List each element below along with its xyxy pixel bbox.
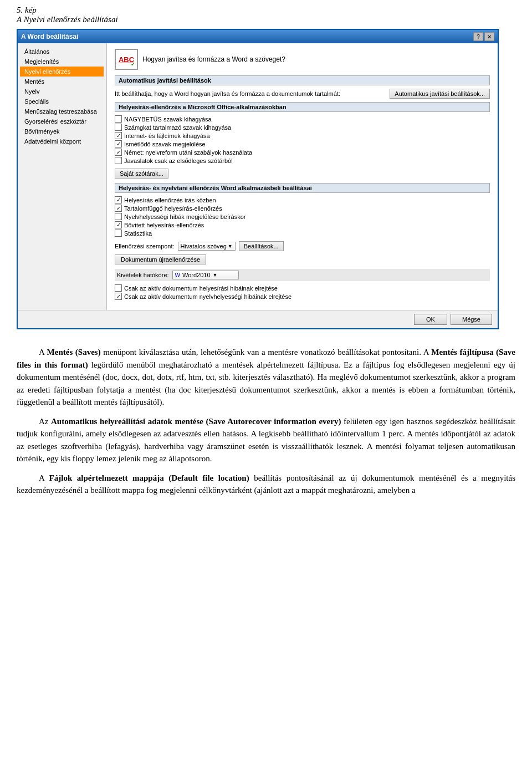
dialog-wrapper: A Word beállításai ? ✕ Általános Megjele…	[17, 29, 515, 329]
checkbox-nagybetus: NAGYBETŰS szavak kihagyása	[115, 115, 490, 123]
caption-number: 5. kép	[17, 6, 515, 15]
dialog-titlebar: A Word beállításai ? ✕	[18, 30, 498, 43]
word-checkboxes: Helyesírás-ellenőrzés írás közben Tartal…	[115, 196, 490, 237]
para1: A Mentés (Saves) menüpont kiválasztása u…	[17, 346, 515, 409]
internet-checkbox[interactable]	[115, 132, 122, 139]
dokumentum-btn-wrapper: Dokumentum újraellenőrzése	[115, 254, 490, 269]
sidebar-item-altalanos[interactable]: Általános	[20, 47, 104, 57]
section1-desc: Itt beállíthatja, hogy a Word hogyan jav…	[115, 89, 490, 99]
sidebar-item-gyorseleres[interactable]: Gyorselérési eszköztár	[20, 116, 104, 126]
helyesiras-checkboxes: NAGYBETŰS szavak kihagyása Számgkat tart…	[115, 115, 490, 164]
content-header-text: Hogyan javítsa és formázza a Word a szöv…	[142, 55, 285, 63]
checkbox-csak-aktiv-hely: Csak az aktív dokumentum helyesírási hib…	[115, 284, 490, 292]
body-text: A Mentés (Saves) menüpont kiválasztása u…	[17, 346, 515, 497]
ellenorzesi-arrow-icon: ▼	[228, 243, 233, 249]
page-container: 5. kép A Nyelvi ellenőrzés beállításai A…	[0, 0, 532, 520]
checkbox-tartalomfuggo: Tartalomfüggő helyesírás-ellenőrzés	[115, 205, 490, 212]
tartalomfuggo-checkbox[interactable]	[115, 205, 122, 212]
nagybetus-label: NAGYBETŰS szavak kihagyása	[124, 116, 212, 123]
ismetlodo-checkbox[interactable]	[115, 140, 122, 147]
checkbox-nemet: Német: nyelvreform utáni szabályok haszn…	[115, 149, 490, 156]
kivetelek-label: Kivételek hatóköre:	[117, 272, 169, 278]
titlebar-buttons: ? ✕	[473, 32, 494, 41]
checkbox-csak-aktiv-nyelv: Csak az aktív dokumentum nyelvhelyességi…	[115, 293, 490, 300]
kivetelek-dropdown[interactable]: W Word2010 ▼	[172, 271, 239, 279]
sidebar: Általános Megjelenítés Nyelvi ellenőrzés…	[18, 43, 106, 310]
helyesiras-iras-checkbox[interactable]	[115, 196, 122, 203]
main-content: ABC ✓ Hogyan javítsa és formázza a Word …	[106, 43, 498, 310]
nagybetus-checkbox[interactable]	[115, 115, 122, 123]
sidebar-item-menuszalag[interactable]: Menüszalag testreszabása	[20, 106, 104, 116]
ok-button[interactable]: OK	[414, 314, 447, 325]
dialog-title: A Word beállításai	[21, 33, 78, 40]
kivetelek-value: Word2010	[182, 272, 211, 278]
szamgkat-label: Számgkat tartalmazó szavak kihagyása	[124, 124, 231, 131]
sidebar-item-specialis[interactable]: Speciális	[20, 96, 104, 106]
close-button[interactable]: ✕	[484, 32, 494, 41]
ellenorzesi-label: Ellenőrzési szempont:	[115, 243, 175, 249]
bovitett-checkbox[interactable]	[115, 221, 122, 228]
tartalomfuggo-label: Tartalomfüggő helyesírás-ellenőrzés	[124, 205, 222, 212]
beallitasok-btn[interactable]: Beállítások...	[239, 241, 284, 251]
dialog-window: A Word beállításai ? ✕ Általános Megjele…	[17, 29, 499, 329]
nyelvhely-label: Nyelvhelyességi hibák megjelölése beírás…	[124, 213, 246, 220]
statisztika-checkbox[interactable]	[115, 230, 122, 237]
statisztika-label: Statisztika	[124, 230, 152, 237]
word-icon: W	[175, 272, 180, 278]
nemet-label: Német: nyelvreform utáni szabályok haszn…	[124, 149, 252, 156]
csak-aktiv-hely-checkbox[interactable]	[115, 284, 122, 292]
checkbox-szamgkat: Számgkat tartalmazó szavak kihagyása	[115, 124, 490, 131]
kivetelek-row: Kivételek hatóköre: W Word2010 ▼	[115, 269, 490, 281]
sidebar-item-nyelvi[interactable]: Nyelvi ellenőrzés	[20, 67, 104, 77]
bovitett-label: Bővített helyesírás-ellenőrzés	[124, 222, 204, 228]
csak-aktiv-nyelv-checkbox[interactable]	[115, 293, 122, 300]
ellenorzesi-row: Ellenőrzési szempont: Hivatalos szöveg ▼…	[115, 241, 490, 251]
csak-aktiv-nyelv-label: Csak az aktív dokumentum nyelvhelyességi…	[124, 293, 291, 300]
szamgkat-checkbox[interactable]	[115, 124, 122, 131]
kivetelek-arrow-icon: ▼	[213, 272, 218, 278]
section3-label: Helyesírás- és nyelvtani ellenőrzés Word…	[115, 183, 490, 193]
section2-label: Helyesírás-ellenőrzés a Microsoft Office…	[115, 102, 490, 112]
help-button[interactable]: ?	[473, 32, 483, 41]
kivetelek-checkboxes: Csak az aktív dokumentum helyesírási hib…	[115, 284, 490, 300]
ellenorzesi-dropdown[interactable]: Hivatalos szöveg ▼	[178, 242, 236, 251]
nyelvhely-checkbox[interactable]	[115, 213, 122, 220]
sidebar-item-mentes[interactable]: Mentés	[20, 77, 104, 86]
checkbox-bovitett: Bővített helyesírás-ellenőrzés	[115, 221, 490, 228]
ellenorzesi-value: Hivatalos szöveg	[181, 243, 227, 249]
sidebar-item-adatvedelmi[interactable]: Adatvédelmi központ	[20, 136, 104, 146]
sidebar-item-megjelenes[interactable]: Megjelenítés	[20, 57, 104, 67]
helyesiras-iras-label: Helyesírás-ellenőrzés írás közben	[124, 197, 216, 203]
checkbox-javaslatok: Javaslatok csak az elsődleges szótárból	[115, 157, 490, 164]
para3: A Fájlok alpértelmezett mappája (Default…	[17, 472, 515, 497]
dialog-footer: OK Mégse	[18, 310, 498, 328]
checkbox-ismetlodo: Ismétlődő szavak megjelölése	[115, 140, 490, 147]
javaslatok-label: Javaslatok csak az elsődleges szótárból	[124, 157, 233, 164]
checkbox-statisztika: Statisztika	[115, 230, 490, 237]
section1-label: Automatikus javítási beállítások	[115, 75, 490, 85]
checkbox-helyesiras-iras: Helyesírás-ellenőrzés írás közben	[115, 196, 490, 203]
content-header: ABC ✓ Hogyan javítsa és formázza a Word …	[115, 49, 490, 70]
caption-title: A Nyelvi ellenőrzés beállításai	[17, 15, 515, 24]
ismetlodo-label: Ismétlődő szavak megjelölése	[124, 141, 206, 147]
sajat-szotarak-btn[interactable]: Saját szótárak...	[115, 169, 168, 179]
para2: Az Automatikus helyreállítási adatok men…	[17, 415, 515, 465]
javaslatok-checkbox[interactable]	[115, 157, 122, 164]
nemet-checkbox[interactable]	[115, 149, 122, 156]
caption-block: 5. kép A Nyelvi ellenőrzés beállításai	[17, 6, 515, 24]
cancel-button[interactable]: Mégse	[451, 314, 492, 325]
sajat-szotarak-wrapper: Saját szótárak...	[115, 169, 490, 179]
csak-aktiv-hely-label: Csak az aktív dokumentum helyesírási hib…	[124, 285, 278, 292]
sidebar-item-bovitmenyek[interactable]: Bővítmények	[20, 126, 104, 136]
checkbox-internet: Internet- és fájlcímek kihagyása	[115, 132, 490, 139]
dialog-body: Általános Megjelenítés Nyelvi ellenőrzés…	[18, 43, 498, 310]
sidebar-item-nyelv[interactable]: Nyelv	[20, 86, 104, 96]
section1-desc-text: Itt beállíthatja, hogy a Word hogyan jav…	[115, 90, 390, 97]
automatikus-javitasi-btn[interactable]: Automatikus javítási beállítások...	[390, 89, 490, 99]
internet-label: Internet- és fájlcímek kihagyása	[124, 133, 210, 139]
checkbox-nyelvhely: Nyelvhelyességi hibák megjelölése beírás…	[115, 213, 490, 220]
abc-icon: ABC ✓	[115, 49, 138, 70]
dokumentum-btn[interactable]: Dokumentum újraellenőrzése	[115, 254, 206, 264]
